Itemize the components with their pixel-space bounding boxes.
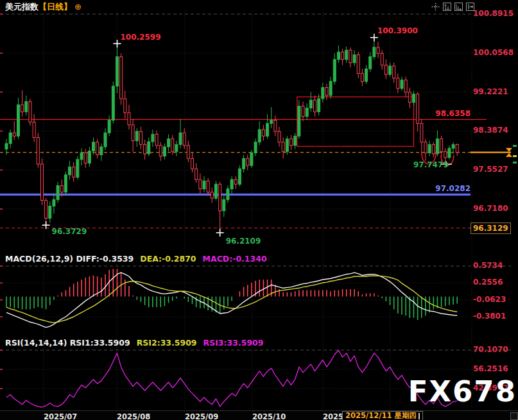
- rsi3-value: RSI3:33.5909: [203, 338, 264, 348]
- fx678-watermark: FX678: [408, 374, 517, 408]
- macd-axis-label: 0.5734: [473, 262, 503, 269]
- crosshair-date-box: 2025/12/11 星期四: [342, 411, 423, 420]
- candlestick-chart[interactable]: [0, 0, 518, 420]
- macd-hist-value: MACD:-0.1340: [203, 254, 267, 264]
- chart-window: { "header": { "title": "美元指数", "period":…: [0, 0, 518, 420]
- time-axis[interactable]: 2025/12/11 星期四 2025/072025/082025/092025…: [0, 410, 518, 420]
- macd-header: MACD(26,12,9) DIFF:-0.3539DEA:-0.2870MAC…: [5, 254, 267, 264]
- price-label-high-nov: 100.3900: [377, 27, 418, 35]
- price-label-low-sep: 96.2109: [226, 237, 261, 245]
- price-label-high-aug: 100.2599: [120, 33, 160, 41]
- rsi1-value: RSI(14,14,14) RSI1:33.5909: [5, 338, 130, 348]
- price-label-low-dec: 97.7479: [413, 161, 449, 169]
- price-axis-label: 100.8915: [473, 10, 514, 17]
- chart-header: 美元指数【日线】⊕: [5, 1, 82, 13]
- price-axis-label: 100.0568: [473, 49, 514, 56]
- period-tag: 【日线】: [39, 2, 72, 12]
- axis-label-lower-dashed-line: 96.3129: [471, 223, 511, 234]
- time-axis-label: 2025/09: [185, 412, 218, 420]
- level-label-resistance-line: 98.6358: [435, 110, 471, 117]
- chart-toolbar: [431, 2, 474, 11]
- price-axis-label: 96.7180: [473, 205, 508, 212]
- move-tool-icon[interactable]: [431, 2, 440, 11]
- time-axis-label: 2025/07: [44, 412, 77, 420]
- macd-diff-value: MACD(26,12,9) DIFF:-0.3539: [5, 254, 134, 264]
- price-label-low-jul: 96.3729: [52, 228, 87, 235]
- macd-axis-label: -0.3801: [473, 312, 506, 320]
- go-to-latest-icon[interactable]: [465, 2, 474, 11]
- time-axis-label: 2025/08: [117, 412, 150, 420]
- scale-price-axis-icon[interactable]: [442, 2, 451, 11]
- price-axis-label: 98.3874: [473, 126, 508, 134]
- price-axis-label: 99.2221: [473, 88, 508, 96]
- macd-dea-value: DEA:-0.2870: [140, 254, 196, 264]
- rsi-axis-label: 70.1070: [473, 346, 508, 353]
- symbol-title: 美元指数: [5, 2, 39, 12]
- rsi-axis-label: 56.2516: [473, 365, 508, 373]
- time-axis-settings-icon[interactable]: [510, 412, 518, 420]
- price-axis-label: 97.5527: [473, 165, 508, 173]
- add-indicator-icon[interactable]: ⊕: [74, 2, 82, 12]
- scale-time-axis-icon[interactable]: [454, 2, 463, 11]
- rsi-header: RSI(14,14,14) RSI1:33.5909RSI2:33.5909RS…: [5, 338, 264, 348]
- macd-axis-label: -0.0623: [473, 296, 506, 303]
- date-cursor: [419, 413, 420, 419]
- rsi2-value: RSI2:33.5909: [137, 338, 197, 348]
- time-axis-label: 2025/10: [252, 412, 286, 420]
- macd-axis-label: 0.2556: [473, 278, 503, 286]
- level-label-support-line: 97.0282: [435, 185, 471, 192]
